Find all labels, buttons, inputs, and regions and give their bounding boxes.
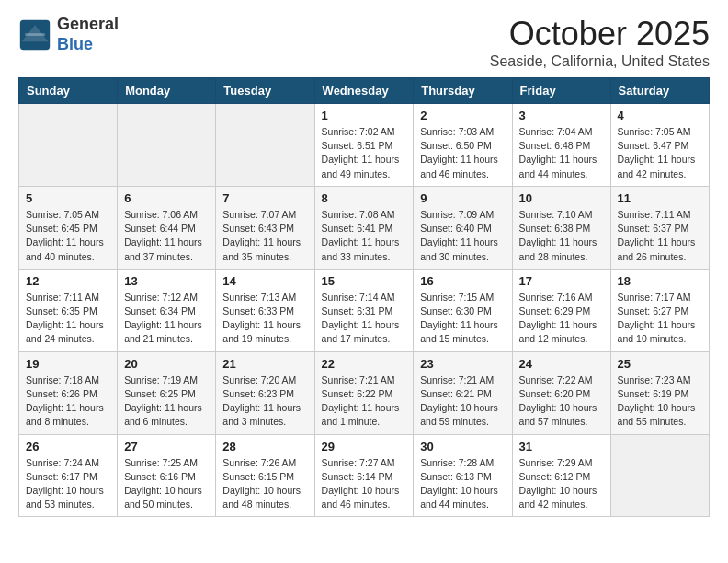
calendar-cell: 2Sunrise: 7:03 AM Sunset: 6:50 PM Daylig… [414,104,512,187]
page-header: General Blue October 2025 Seaside, Calif… [18,15,710,70]
calendar-week-row: 19Sunrise: 7:18 AM Sunset: 6:26 PM Dayli… [19,351,710,434]
day-info: Sunrise: 7:20 AM Sunset: 6:23 PM Dayligh… [222,373,307,430]
day-number: 3 [519,109,604,122]
calendar-week-row: 5Sunrise: 7:05 AM Sunset: 6:45 PM Daylig… [19,186,710,269]
day-number: 12 [26,274,110,288]
day-info: Sunrise: 7:05 AM Sunset: 6:47 PM Dayligh… [618,125,702,181]
day-number: 16 [420,274,505,288]
calendar-cell: 25Sunrise: 7:23 AM Sunset: 6:19 PM Dayli… [610,351,709,434]
weekday-header: Thursday [414,78,512,104]
calendar-cell: 10Sunrise: 7:10 AM Sunset: 6:38 PM Dayli… [512,186,610,269]
weekday-header: Saturday [610,78,709,104]
day-number: 1 [322,109,407,122]
day-number: 14 [222,274,307,288]
day-info: Sunrise: 7:07 AM Sunset: 6:43 PM Dayligh… [222,208,307,264]
logo-text: General Blue [57,15,119,54]
day-number: 21 [222,357,307,371]
calendar-cell: 18Sunrise: 7:17 AM Sunset: 6:27 PM Dayli… [610,269,709,351]
day-number: 25 [618,357,702,371]
day-number: 20 [124,357,209,371]
day-info: Sunrise: 7:11 AM Sunset: 6:37 PM Dayligh… [618,208,702,264]
month-title: October 2025 [490,15,710,53]
calendar-cell: 1Sunrise: 7:02 AM Sunset: 6:51 PM Daylig… [314,104,414,187]
calendar-week-row: 12Sunrise: 7:11 AM Sunset: 6:35 PM Dayli… [19,269,710,351]
calendar-cell: 8Sunrise: 7:08 AM Sunset: 6:41 PM Daylig… [314,186,414,269]
calendar-cell: 15Sunrise: 7:14 AM Sunset: 6:31 PM Dayli… [314,269,414,351]
calendar-cell: 16Sunrise: 7:15 AM Sunset: 6:30 PM Dayli… [414,269,512,351]
logo-icon [18,18,51,52]
day-info: Sunrise: 7:27 AM Sunset: 6:14 PM Dayligh… [322,456,407,512]
calendar-cell: 20Sunrise: 7:19 AM Sunset: 6:25 PM Dayli… [118,351,216,434]
day-info: Sunrise: 7:13 AM Sunset: 6:33 PM Dayligh… [222,291,307,347]
day-info: Sunrise: 7:21 AM Sunset: 6:22 PM Dayligh… [322,373,407,430]
day-info: Sunrise: 7:15 AM Sunset: 6:30 PM Dayligh… [420,291,505,347]
calendar-cell: 27Sunrise: 7:25 AM Sunset: 6:16 PM Dayli… [118,434,216,517]
day-number: 4 [618,109,702,122]
weekday-header: Tuesday [216,78,314,104]
calendar-cell: 29Sunrise: 7:27 AM Sunset: 6:14 PM Dayli… [314,434,414,517]
calendar-week-row: 1Sunrise: 7:02 AM Sunset: 6:51 PM Daylig… [19,104,710,187]
weekday-header: Monday [118,78,216,104]
day-info: Sunrise: 7:14 AM Sunset: 6:31 PM Dayligh… [322,291,407,347]
day-number: 8 [322,191,407,205]
calendar-table: SundayMondayTuesdayWednesdayThursdayFrid… [18,77,710,517]
calendar-cell: 5Sunrise: 7:05 AM Sunset: 6:45 PM Daylig… [19,186,118,269]
day-info: Sunrise: 7:26 AM Sunset: 6:15 PM Dayligh… [222,456,307,512]
calendar-cell: 24Sunrise: 7:22 AM Sunset: 6:20 PM Dayli… [512,351,610,434]
day-info: Sunrise: 7:04 AM Sunset: 6:48 PM Dayligh… [519,125,604,181]
day-info: Sunrise: 7:11 AM Sunset: 6:35 PM Dayligh… [26,291,110,347]
day-info: Sunrise: 7:10 AM Sunset: 6:38 PM Dayligh… [519,208,604,264]
day-info: Sunrise: 7:25 AM Sunset: 6:16 PM Dayligh… [124,456,209,512]
day-info: Sunrise: 7:22 AM Sunset: 6:20 PM Dayligh… [519,373,604,430]
day-info: Sunrise: 7:17 AM Sunset: 6:27 PM Dayligh… [618,291,702,347]
day-number: 2 [420,109,505,122]
calendar-cell: 6Sunrise: 7:06 AM Sunset: 6:44 PM Daylig… [118,186,216,269]
title-area: October 2025 Seaside, California, United… [490,15,710,70]
weekday-header: Sunday [19,78,118,104]
calendar-week-row: 26Sunrise: 7:24 AM Sunset: 6:17 PM Dayli… [19,434,710,517]
weekday-header: Wednesday [314,78,414,104]
day-info: Sunrise: 7:16 AM Sunset: 6:29 PM Dayligh… [519,291,604,347]
calendar-cell: 14Sunrise: 7:13 AM Sunset: 6:33 PM Dayli… [216,269,314,351]
calendar-cell: 3Sunrise: 7:04 AM Sunset: 6:48 PM Daylig… [512,104,610,187]
day-number: 9 [420,191,505,205]
day-number: 30 [420,440,505,454]
calendar-cell: 21Sunrise: 7:20 AM Sunset: 6:23 PM Dayli… [216,351,314,434]
day-info: Sunrise: 7:23 AM Sunset: 6:19 PM Dayligh… [618,373,702,430]
day-number: 11 [618,191,702,205]
calendar-cell: 22Sunrise: 7:21 AM Sunset: 6:22 PM Dayli… [314,351,414,434]
calendar-cell: 7Sunrise: 7:07 AM Sunset: 6:43 PM Daylig… [216,186,314,269]
day-number: 5 [26,191,110,205]
day-number: 29 [322,440,407,454]
logo: General Blue [18,15,119,54]
day-number: 15 [322,274,407,288]
calendar-header-row: SundayMondayTuesdayWednesdayThursdayFrid… [19,78,710,104]
calendar-cell [19,104,118,187]
calendar-cell: 31Sunrise: 7:29 AM Sunset: 6:12 PM Dayli… [512,434,610,517]
calendar-cell: 17Sunrise: 7:16 AM Sunset: 6:29 PM Dayli… [512,269,610,351]
day-info: Sunrise: 7:19 AM Sunset: 6:25 PM Dayligh… [124,373,209,430]
day-number: 19 [26,357,110,371]
day-number: 23 [420,357,505,371]
day-info: Sunrise: 7:21 AM Sunset: 6:21 PM Dayligh… [420,373,505,430]
calendar-cell: 30Sunrise: 7:28 AM Sunset: 6:13 PM Dayli… [414,434,512,517]
day-info: Sunrise: 7:08 AM Sunset: 6:41 PM Dayligh… [322,208,407,264]
location-title: Seaside, California, United States [490,53,710,70]
day-info: Sunrise: 7:28 AM Sunset: 6:13 PM Dayligh… [420,456,505,512]
day-number: 10 [519,191,604,205]
day-info: Sunrise: 7:09 AM Sunset: 6:40 PM Dayligh… [420,208,505,264]
calendar-cell [216,104,314,187]
calendar-cell: 26Sunrise: 7:24 AM Sunset: 6:17 PM Dayli… [19,434,118,517]
day-info: Sunrise: 7:06 AM Sunset: 6:44 PM Dayligh… [124,208,209,264]
day-number: 13 [124,274,209,288]
day-info: Sunrise: 7:29 AM Sunset: 6:12 PM Dayligh… [519,456,604,512]
day-number: 6 [124,191,209,205]
day-number: 24 [519,357,604,371]
day-info: Sunrise: 7:03 AM Sunset: 6:50 PM Dayligh… [420,125,505,181]
calendar-cell: 9Sunrise: 7:09 AM Sunset: 6:40 PM Daylig… [414,186,512,269]
day-number: 18 [618,274,702,288]
day-number: 28 [222,440,307,454]
calendar-cell: 13Sunrise: 7:12 AM Sunset: 6:34 PM Dayli… [118,269,216,351]
day-info: Sunrise: 7:12 AM Sunset: 6:34 PM Dayligh… [124,291,209,347]
calendar-cell: 11Sunrise: 7:11 AM Sunset: 6:37 PM Dayli… [610,186,709,269]
